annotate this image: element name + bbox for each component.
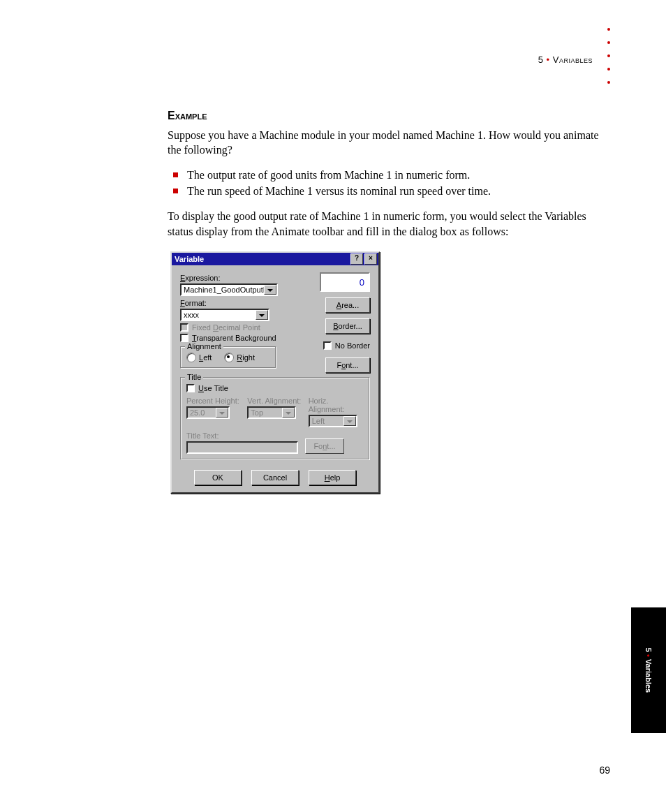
section-heading: Example xyxy=(168,108,600,124)
percent-height-combo: 25.0 xyxy=(186,406,230,419)
header-dot: • xyxy=(547,54,550,65)
dialog-titlebar[interactable]: Variable ? × xyxy=(172,253,378,265)
area-button[interactable]: Area... xyxy=(325,297,370,313)
title-legend: Title xyxy=(185,373,203,381)
chevron-down-icon xyxy=(343,416,356,426)
chapter-number: 5 xyxy=(538,54,544,65)
dialog-body: Expression: Machine1_GoodOutputRate Form… xyxy=(172,265,378,492)
transparent-bg-checkbox[interactable]: Transparent Background xyxy=(180,334,292,342)
checkbox-icon xyxy=(186,384,195,392)
expression-value: Machine1_GoodOutputRate xyxy=(182,285,264,295)
variable-dialog: Variable ? × Expression: Machine1_GoodOu… xyxy=(170,251,380,494)
cancel-button[interactable]: Cancel xyxy=(251,470,299,485)
help-button[interactable]: Help xyxy=(309,470,356,485)
page-number: 69 xyxy=(599,765,610,776)
help-titlebar-button[interactable]: ? xyxy=(350,253,363,265)
border-button[interactable]: Border... xyxy=(325,318,370,334)
alignment-legend: Alignment xyxy=(185,342,223,350)
chevron-down-icon xyxy=(216,408,228,418)
preview-value: 0 xyxy=(360,277,364,288)
horiz-align-label: Horiz. Alignment: xyxy=(309,397,364,413)
format-combo[interactable]: xxxx xyxy=(180,309,269,321)
title-font-button: Font... xyxy=(305,438,344,454)
align-right-radio[interactable]: Right xyxy=(224,353,255,362)
title-group: Title Use Title Percent Height: 25.0 Ver… xyxy=(180,377,370,460)
bullet-item: The run speed of Machine 1 versus its no… xyxy=(168,184,600,199)
fixed-decimal-checkbox: Fixed Decimal Point xyxy=(180,323,292,332)
align-left-radio[interactable]: Left xyxy=(186,353,212,362)
ok-button[interactable]: OK xyxy=(194,470,242,485)
checkbox-icon xyxy=(180,334,188,342)
chevron-down-icon xyxy=(282,408,295,418)
decorative-dots xyxy=(607,28,610,84)
checkbox-icon xyxy=(180,323,188,332)
paragraph-2: To display the good output rate of Machi… xyxy=(168,209,600,239)
preview-box: 0 xyxy=(320,272,370,292)
bullet-item: The output rate of good units from Machi… xyxy=(168,168,600,183)
close-titlebar-button[interactable]: × xyxy=(364,253,377,265)
chevron-down-icon[interactable] xyxy=(264,285,276,295)
vert-align-label: Vert. Alignment: xyxy=(247,397,302,405)
radio-icon xyxy=(186,353,196,362)
chevron-down-icon[interactable] xyxy=(256,310,268,320)
no-border-checkbox[interactable]: No Border xyxy=(323,341,370,350)
bullet-list: The output rate of good units from Machi… xyxy=(168,168,600,199)
paragraph-1: Suppose you have a Machine module in you… xyxy=(168,128,600,158)
percent-height-label: Percent Height: xyxy=(186,397,242,405)
title-text-input xyxy=(186,441,298,454)
expression-label: Expression: xyxy=(180,274,292,282)
page-header: 5 • Variables xyxy=(538,54,593,65)
alignment-group: Alignment Left Right xyxy=(180,346,276,369)
font-button[interactable]: Font... xyxy=(325,357,370,373)
format-value: xxxx xyxy=(182,310,256,320)
radio-icon xyxy=(224,353,234,362)
checkbox-icon xyxy=(323,341,332,350)
dialog-title: Variable xyxy=(173,255,349,263)
use-title-checkbox[interactable]: Use Title xyxy=(186,384,364,392)
sidetab-title: Variables xyxy=(644,659,653,693)
vert-align-combo: Top xyxy=(247,406,296,419)
expression-combo[interactable]: Machine1_GoodOutputRate xyxy=(180,283,278,296)
sidetab-dot: • xyxy=(644,654,653,657)
side-tab: 5 • Variables xyxy=(631,607,666,733)
horiz-align-combo: Left xyxy=(309,415,357,427)
title-text-label: Title Text: xyxy=(186,431,298,440)
chapter-title: Variables xyxy=(553,54,593,65)
format-label: Format: xyxy=(180,299,292,307)
page-content: Example Suppose you have a Machine modul… xyxy=(168,108,600,249)
sidetab-num: 5 xyxy=(644,648,653,652)
